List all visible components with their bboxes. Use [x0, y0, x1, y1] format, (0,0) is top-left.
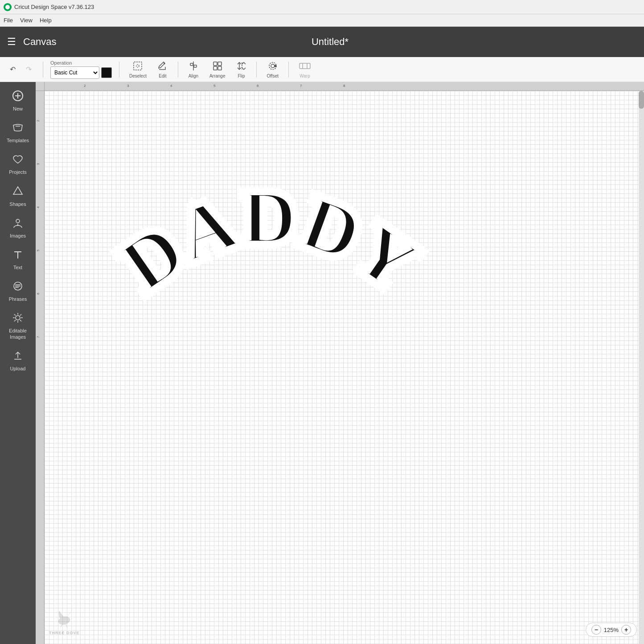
- arrange-label: Arrange: [209, 74, 226, 78]
- ruler-mark-2: 2: [84, 84, 86, 88]
- align-label: Align: [189, 74, 198, 78]
- flip-tool[interactable]: Flip: [233, 60, 249, 79]
- flip-icon: [236, 61, 246, 73]
- zoom-level: 125%: [604, 627, 619, 633]
- undo-button[interactable]: ↶: [5, 62, 20, 77]
- svg-point-13: [271, 64, 275, 68]
- upload-label: Upload: [10, 366, 26, 372]
- sidebar-item-new[interactable]: New: [1, 86, 35, 116]
- header: ☰ Canvas Untitled*: [0, 27, 644, 57]
- new-label: New: [13, 106, 23, 112]
- sidebar-item-upload[interactable]: Upload: [1, 345, 35, 376]
- canvas-area[interactable]: DADDY DADDY DADDY: [45, 91, 644, 644]
- svg-rect-7: [213, 62, 217, 66]
- svg-rect-6: [194, 65, 197, 67]
- sidebar-item-text[interactable]: Text: [1, 244, 35, 275]
- align-tool[interactable]: Align: [185, 60, 201, 79]
- zoom-in-button[interactable]: +: [621, 625, 631, 635]
- sidebar-item-projects[interactable]: Projects: [1, 149, 35, 180]
- edit-icon: [157, 61, 168, 73]
- ruler-mark-l6: 6: [37, 293, 40, 295]
- shapes-icon: [12, 185, 24, 200]
- ruler-mark-l4: 4: [37, 206, 40, 208]
- toolbar: ↶ ↷ Operation Basic Cut Draw Score Engra…: [0, 57, 644, 82]
- operation-dropdown[interactable]: Basic Cut Draw Score Engrave Deboss: [50, 66, 99, 79]
- ruler-mark-l2: 2: [37, 120, 40, 122]
- separator-1: [43, 62, 43, 78]
- svg-point-24: [16, 219, 20, 223]
- separator-5: [288, 62, 289, 78]
- editable-label: Editable Images: [3, 328, 33, 340]
- sidebar-item-phrases[interactable]: Phrases: [1, 276, 35, 307]
- svg-rect-10: [218, 66, 222, 70]
- offset-tool[interactable]: Offset: [264, 60, 281, 79]
- ruler-mark-3: 3: [127, 84, 129, 88]
- offset-icon: [267, 61, 278, 73]
- ruler-mark-l7: 7: [37, 336, 40, 338]
- sidebar-item-images[interactable]: Images: [1, 213, 35, 243]
- phrases-label: Phrases: [9, 296, 27, 302]
- svg-line-38: [20, 314, 21, 316]
- watermark: THREE DOVE: [49, 604, 80, 635]
- ruler-mark-4: 4: [170, 84, 172, 88]
- main-content: New Templates Projects: [0, 82, 644, 644]
- canvas-label: Canvas: [23, 36, 312, 48]
- scroll-thumb[interactable]: [639, 91, 644, 109]
- ruler-mark-8: 8: [343, 84, 345, 88]
- ruler-mark-6: 6: [257, 84, 258, 88]
- images-icon: [12, 217, 24, 231]
- svg-rect-1: [134, 62, 142, 70]
- scrollbar-vertical[interactable]: [639, 91, 644, 644]
- warp-icon: [299, 61, 311, 73]
- app-icon: [4, 3, 12, 11]
- arrange-tool[interactable]: Arrange: [207, 60, 228, 79]
- edit-label: Edit: [159, 74, 166, 78]
- ruler-mark-7: 7: [300, 84, 302, 88]
- sidebar-item-templates[interactable]: Templates: [1, 117, 35, 148]
- arrange-icon: [212, 61, 223, 73]
- canvas-wrapper[interactable]: 2 3 4 5 6 7 8 2 3 4 5 6 7: [36, 82, 644, 644]
- menu-file[interactable]: File: [4, 17, 13, 24]
- deselect-icon: [132, 61, 143, 73]
- sidebar-item-shapes[interactable]: Shapes: [1, 181, 35, 212]
- color-swatch[interactable]: [101, 67, 112, 78]
- svg-rect-8: [218, 62, 222, 66]
- svg-point-31: [16, 316, 20, 320]
- svg-point-0: [5, 5, 10, 9]
- svg-text:DADDY: DADDY: [107, 176, 432, 307]
- text-label: Text: [13, 265, 22, 271]
- projects-icon: [12, 153, 24, 168]
- hamburger-menu[interactable]: ☰: [7, 36, 16, 48]
- zoom-controls: − 125% +: [586, 623, 637, 637]
- daddy-text-container[interactable]: DADDY DADDY DADDY: [103, 171, 437, 340]
- operation-label: Operation: [50, 60, 112, 66]
- warp-label: Warp: [299, 74, 310, 78]
- title-bar: Cricut Design Space v7.36.123: [0, 0, 644, 14]
- ruler-corner: [36, 82, 45, 91]
- ruler-left: 2 3 4 5 6 7: [36, 91, 45, 644]
- deselect-label: Deselect: [129, 74, 147, 78]
- menu-view[interactable]: View: [20, 17, 33, 24]
- redo-button[interactable]: ↷: [21, 62, 36, 77]
- sidebar: New Templates Projects: [0, 82, 36, 644]
- upload-icon: [12, 350, 24, 364]
- sidebar-item-editable[interactable]: Editable Images: [1, 308, 35, 344]
- edit-tool[interactable]: Edit: [155, 60, 171, 79]
- new-icon: [12, 90, 24, 104]
- ruler-top: 2 3 4 5 6 7 8: [45, 82, 644, 91]
- templates-label: Templates: [7, 138, 29, 144]
- svg-line-39: [14, 320, 16, 321]
- svg-point-15: [275, 65, 276, 67]
- images-label: Images: [10, 233, 26, 239]
- menu-help[interactable]: Help: [40, 17, 52, 24]
- flip-label: Flip: [238, 74, 245, 78]
- zoom-out-button[interactable]: −: [591, 625, 601, 635]
- watermark-bird-svg: [51, 604, 78, 631]
- phrases-icon: [12, 280, 24, 295]
- warp-tool[interactable]: Warp: [296, 60, 314, 79]
- svg-rect-9: [213, 66, 217, 70]
- deselect-tool[interactable]: Deselect: [127, 60, 149, 79]
- align-icon: [188, 61, 199, 73]
- offset-label: Offset: [267, 74, 279, 78]
- menu-bar: File View Help: [0, 14, 644, 27]
